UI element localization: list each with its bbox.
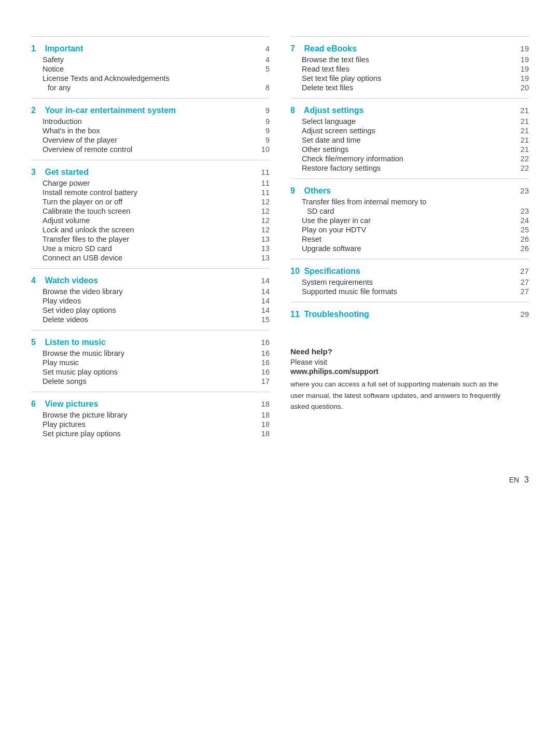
sub-item-text: Set date and time bbox=[302, 136, 516, 144]
sub-item: Reset26 bbox=[290, 235, 529, 243]
sub-item-page: 14 bbox=[257, 297, 270, 305]
sub-item-text: Supported music file formats bbox=[302, 287, 516, 296]
sub-item: Transfer files to the player13 bbox=[31, 235, 270, 243]
section-title: Watch videos bbox=[43, 276, 257, 285]
sub-item-page: 18 bbox=[257, 430, 270, 438]
page-footer: EN3 bbox=[31, 475, 529, 485]
sub-item: Supported music file formats27 bbox=[290, 287, 529, 296]
sub-item: Charge power11 bbox=[31, 179, 270, 187]
section-number: 9 bbox=[290, 186, 302, 196]
sub-item: Browse the text files19 bbox=[290, 56, 529, 64]
sub-item: Upgrade software26 bbox=[290, 244, 529, 253]
toc-section: 3 Get started11Charge power11Install rem… bbox=[31, 160, 270, 268]
toc-section: 6 View pictures18Browse the picture libr… bbox=[31, 392, 270, 444]
sub-item-text: Read text files bbox=[302, 65, 516, 73]
sub-item-text: Transfer files to the player bbox=[43, 235, 257, 243]
sub-item: SD card23 bbox=[290, 207, 529, 215]
sub-item-text: Safety bbox=[43, 56, 257, 64]
toc-section: 1 Important4Safety4Notice5License Texts … bbox=[31, 36, 270, 98]
section-number: 1 bbox=[31, 44, 43, 53]
support-url: www.philips.com/support bbox=[290, 367, 529, 376]
sub-item-text: Use the player in car bbox=[302, 216, 516, 225]
sub-item-page: 13 bbox=[257, 235, 270, 243]
sub-item-text: Overview of the player bbox=[43, 136, 257, 144]
sub-item-page: 19 bbox=[516, 74, 529, 82]
section-header: 1 Important4 bbox=[31, 44, 270, 53]
sub-item-page: 21 bbox=[516, 117, 529, 126]
section-page: 9 bbox=[257, 106, 270, 115]
sub-item-page: 12 bbox=[257, 207, 270, 215]
sub-item-page: 18 bbox=[257, 411, 270, 419]
sub-item: Set date and time21 bbox=[290, 136, 529, 144]
sub-item-page: 22 bbox=[516, 164, 529, 172]
section-title: Read eBooks bbox=[302, 44, 516, 53]
sub-item: Restore factory settings22 bbox=[290, 164, 529, 172]
sub-item: Play music16 bbox=[31, 358, 270, 367]
sub-item: Use a micro SD card13 bbox=[31, 244, 270, 253]
sub-item-page: 21 bbox=[516, 127, 529, 135]
sub-item-page: 13 bbox=[257, 244, 270, 253]
sub-item-text: Set video play options bbox=[43, 306, 257, 314]
sub-item-text: Reset bbox=[302, 235, 516, 243]
sub-item-page: 9 bbox=[257, 127, 270, 135]
toc-section: 7 Read eBooks19Browse the text files19Re… bbox=[290, 36, 529, 98]
section-title: View pictures bbox=[43, 399, 257, 409]
sub-item: Set picture play options18 bbox=[31, 430, 270, 438]
sub-item-page: 20 bbox=[516, 84, 529, 92]
need-help-label: Need help? bbox=[290, 347, 529, 356]
help-body-text: where you can access a full set of suppo… bbox=[290, 379, 508, 412]
sub-item-text: Connect an USB device bbox=[43, 254, 257, 262]
section-page: 29 bbox=[516, 310, 529, 319]
section-number: 6 bbox=[31, 399, 43, 409]
sub-item-text: Notice bbox=[43, 65, 257, 73]
toc-section: 11 Troubleshooting29 bbox=[290, 302, 529, 326]
sub-item: Check file/memory information22 bbox=[290, 155, 529, 163]
sub-item-page: 21 bbox=[516, 136, 529, 144]
sub-item-page: 16 bbox=[257, 358, 270, 367]
sub-item-text: What's in the box bbox=[43, 127, 257, 135]
sub-item-page: 12 bbox=[257, 226, 270, 234]
sub-item-text: Restore factory settings bbox=[302, 164, 516, 172]
sub-item-page: 18 bbox=[257, 420, 270, 428]
section-number: 10 bbox=[290, 267, 302, 276]
sub-item: Set music play options16 bbox=[31, 368, 270, 376]
sub-item: Lock and unlock the screen12 bbox=[31, 226, 270, 234]
section-title: Important bbox=[43, 44, 257, 53]
sub-item-text: Transfer files from internal memory to bbox=[302, 198, 516, 206]
sub-item-page: 16 bbox=[257, 349, 270, 357]
sub-item: Play videos14 bbox=[31, 297, 270, 305]
sub-item-text: Set text file play options bbox=[302, 74, 516, 82]
section-page: 27 bbox=[516, 267, 529, 275]
sub-item-text: Use a micro SD card bbox=[43, 244, 257, 253]
section-number: 11 bbox=[290, 310, 302, 319]
sub-item: Adjust volume12 bbox=[31, 216, 270, 225]
sub-item-text: Upgrade software bbox=[302, 244, 516, 253]
sub-item-page: 12 bbox=[257, 198, 270, 206]
section-header: 4 Watch videos14 bbox=[31, 276, 270, 285]
sub-item: Browse the music library16 bbox=[31, 349, 270, 357]
toc-section: 10 Specifications27System requirements27… bbox=[290, 259, 529, 302]
section-header: 2 Your in-car entertainment system9 bbox=[31, 106, 270, 115]
section-number: 3 bbox=[31, 168, 43, 177]
section-page: 4 bbox=[257, 44, 270, 53]
section-page: 14 bbox=[257, 276, 270, 285]
sub-item: Overview of the player9 bbox=[31, 136, 270, 144]
sub-item: Set video play options14 bbox=[31, 306, 270, 314]
toc-section: 2 Your in-car entertainment system9Intro… bbox=[31, 98, 270, 160]
page-number: 3 bbox=[524, 475, 529, 485]
sub-item-page: 14 bbox=[257, 306, 270, 314]
section-header: 11 Troubleshooting29 bbox=[290, 310, 529, 319]
right-column: 7 Read eBooks19Browse the text files19Re… bbox=[290, 36, 529, 444]
sub-item-page: 13 bbox=[257, 254, 270, 262]
sub-item-text: Browse the music library bbox=[43, 349, 257, 357]
sub-item: Use the player in car24 bbox=[290, 216, 529, 225]
sub-item-text: for any bbox=[48, 84, 257, 92]
section-number: 7 bbox=[290, 44, 302, 53]
sub-item-text: Play videos bbox=[43, 297, 257, 305]
sub-item: Install remote control battery11 bbox=[31, 188, 270, 197]
section-title: Specifications bbox=[302, 267, 516, 276]
sub-item-text: Delete videos bbox=[43, 315, 257, 324]
sub-item-text: Browse the picture library bbox=[43, 411, 257, 419]
please-visit-label: Please visit bbox=[290, 358, 529, 366]
sub-item-text: Other settings bbox=[302, 145, 516, 154]
